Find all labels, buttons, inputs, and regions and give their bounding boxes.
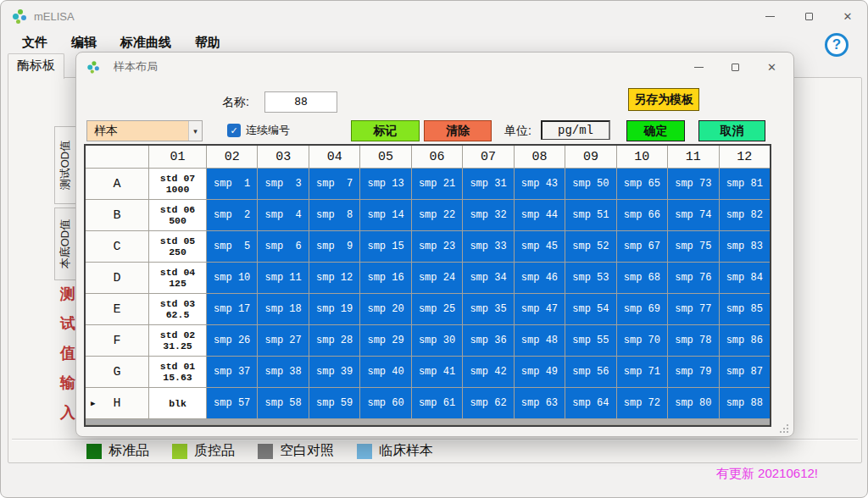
sample-cell[interactable]: smp 4	[258, 200, 308, 230]
dialog-minimize-button[interactable]	[681, 53, 717, 81]
sample-cell[interactable]: smp 82	[720, 200, 770, 230]
sample-cell[interactable]: smp 14	[360, 200, 410, 230]
dialog-close-button[interactable]: ✕	[754, 53, 790, 81]
tab-background-od[interactable]: 本底OD值	[54, 208, 76, 280]
sample-cell[interactable]: smp 34	[463, 263, 513, 293]
menu-help[interactable]: 帮助	[186, 33, 230, 53]
sample-cell[interactable]: smp 26	[207, 325, 257, 356]
column-header[interactable]: 04	[309, 146, 359, 168]
sample-cell[interactable]: smp 79	[668, 357, 718, 387]
row-header[interactable]: E	[86, 294, 148, 324]
sample-cell[interactable]: smp 78	[668, 325, 718, 356]
sample-cell[interactable]: smp 57	[207, 388, 257, 418]
sample-cell[interactable]: smp 18	[258, 294, 308, 324]
column-header[interactable]: 10	[617, 146, 667, 168]
sample-cell[interactable]: smp 67	[617, 231, 667, 262]
sample-cell[interactable]: smp 20	[360, 294, 410, 324]
sample-cell[interactable]: smp 61	[412, 388, 462, 418]
sample-cell[interactable]: smp 42	[463, 357, 513, 387]
sample-cell[interactable]: smp 36	[463, 325, 513, 356]
dialog-maximize-button[interactable]	[717, 53, 754, 81]
sample-cell[interactable]: smp 19	[309, 294, 359, 324]
sample-cell[interactable]: smp 17	[207, 294, 257, 324]
menu-edit[interactable]: 编辑	[62, 33, 106, 53]
sample-cell[interactable]: smp 48	[515, 325, 565, 356]
column-header[interactable]: 09	[565, 146, 615, 168]
sample-cell[interactable]: smp 47	[515, 294, 565, 324]
clear-button[interactable]: 清除	[424, 120, 492, 141]
row-header[interactable]: C	[86, 231, 148, 262]
sample-cell[interactable]: smp 21	[412, 169, 462, 199]
sample-cell[interactable]: smp 30	[412, 325, 462, 356]
sample-cell[interactable]: smp 22	[412, 200, 462, 230]
sample-cell[interactable]: smp 86	[720, 325, 770, 356]
sample-cell[interactable]: smp 85	[720, 294, 770, 324]
resize-grip[interactable]	[780, 424, 788, 433]
sample-cell[interactable]: smp 51	[565, 200, 615, 230]
sample-cell[interactable]: smp 29	[360, 325, 410, 356]
tab-elisa-plate[interactable]: 酶标板	[8, 53, 64, 79]
column-header[interactable]: 07	[463, 146, 513, 168]
sample-cell[interactable]: smp 66	[617, 200, 667, 230]
row-header[interactable]: B	[86, 200, 148, 230]
sample-cell[interactable]: smp 7	[309, 169, 359, 199]
sample-cell[interactable]: smp 52	[565, 231, 615, 262]
chevron-down-icon[interactable]: ▾	[188, 121, 202, 141]
sample-cell[interactable]: smp 76	[668, 263, 718, 293]
sample-cell[interactable]: smp 73	[668, 169, 718, 199]
sample-cell[interactable]: smp 59	[309, 388, 359, 418]
name-input[interactable]	[264, 91, 337, 113]
sample-cell[interactable]: smp 13	[360, 169, 410, 199]
sample-type-select[interactable]: 样本 ▾	[86, 120, 203, 141]
sample-cell[interactable]: smp 15	[360, 231, 410, 262]
sample-cell[interactable]: smp 6	[258, 231, 308, 262]
sample-cell[interactable]: smp 16	[360, 263, 410, 293]
sample-cell[interactable]: smp 88	[720, 388, 770, 418]
sample-cell[interactable]: smp 9	[309, 231, 359, 262]
unit-input[interactable]	[541, 120, 610, 140]
sample-cell[interactable]: smp 38	[258, 357, 308, 387]
sample-cell[interactable]: smp 68	[617, 263, 667, 293]
cancel-button[interactable]: 取消	[698, 120, 765, 141]
sample-cell[interactable]: smp 87	[720, 357, 770, 387]
sample-cell[interactable]: smp 1	[207, 169, 257, 199]
sample-cell[interactable]: smp 27	[258, 325, 308, 356]
row-header[interactable]: D	[86, 263, 148, 293]
sample-cell[interactable]: smp 40	[360, 357, 410, 387]
sample-cell[interactable]: smp 45	[515, 231, 565, 262]
std-cell[interactable]: std 0362.5	[149, 294, 206, 324]
sample-cell[interactable]: smp 62	[463, 388, 513, 418]
sample-cell[interactable]: smp 24	[412, 263, 462, 293]
sample-cell[interactable]: smp 83	[720, 231, 770, 262]
maximize-button[interactable]	[789, 1, 828, 31]
std-cell[interactable]: std 071000	[149, 169, 206, 199]
sample-cell[interactable]: smp 80	[668, 388, 718, 418]
close-button[interactable]: ✕	[828, 1, 867, 31]
std-cell[interactable]: std 0115.63	[149, 357, 206, 387]
sample-cell[interactable]: smp 70	[617, 325, 667, 356]
column-header[interactable]: 05	[360, 146, 410, 168]
sample-cell[interactable]: smp 54	[565, 294, 615, 324]
column-header[interactable]: 03	[258, 146, 308, 168]
std-cell[interactable]: std 06500	[149, 200, 206, 230]
column-header[interactable]: 01	[149, 146, 206, 168]
sample-cell[interactable]: smp 8	[309, 200, 359, 230]
sample-cell[interactable]: smp 77	[668, 294, 718, 324]
row-header[interactable]: ▶H	[86, 388, 148, 418]
sample-cell[interactable]: smp 11	[258, 263, 308, 293]
sample-cell[interactable]: smp 56	[565, 357, 615, 387]
sample-cell[interactable]: smp 49	[515, 357, 565, 387]
sample-cell[interactable]: smp 53	[565, 263, 615, 293]
column-header[interactable]: 08	[515, 146, 565, 168]
sample-cell[interactable]: smp 37	[207, 357, 257, 387]
sample-cell[interactable]: smp 5	[207, 231, 257, 262]
row-header[interactable]: A	[86, 169, 148, 199]
sample-cell[interactable]: smp 63	[515, 388, 565, 418]
std-cell[interactable]: std 04125	[149, 263, 206, 293]
sample-cell[interactable]: smp 60	[360, 388, 410, 418]
std-cell[interactable]: blk	[149, 388, 206, 418]
sample-cell[interactable]: smp 25	[412, 294, 462, 324]
sample-cell[interactable]: smp 43	[515, 169, 565, 199]
sample-cell[interactable]: smp 39	[309, 357, 359, 387]
sample-cell[interactable]: smp 64	[565, 388, 615, 418]
